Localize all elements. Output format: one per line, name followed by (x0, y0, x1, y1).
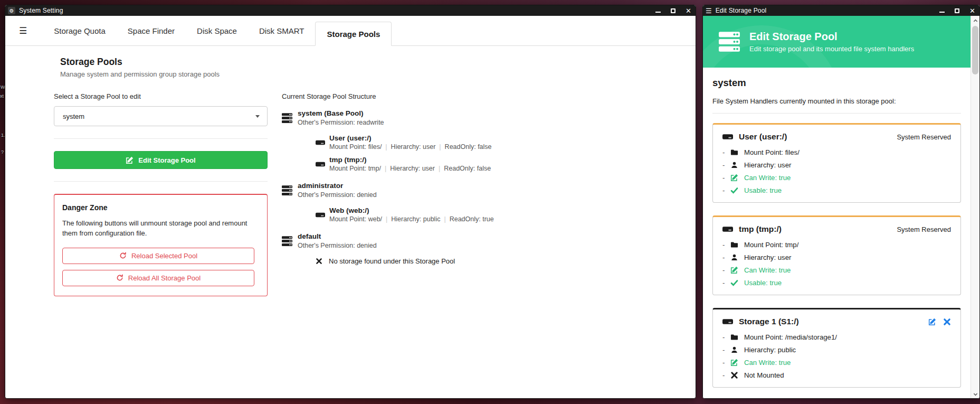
folder-icon (730, 333, 738, 341)
handler-card-user: User (user:/) System Reserved Mount Poin… (712, 123, 961, 203)
refresh-icon (119, 252, 127, 259)
edit-icon (126, 156, 134, 164)
scrollbar[interactable] (971, 16, 979, 399)
danger-zone-card: Danger Zone The following buttons will u… (54, 194, 268, 296)
close-icon[interactable]: ✕ (969, 7, 975, 14)
handler-item-hierarchy: Hierarchy: user (722, 161, 951, 169)
divider (712, 113, 961, 114)
hdd-icon (316, 135, 325, 151)
storage-details: Mount Point: tmp/|Hierarchy: user|ReadOn… (329, 165, 491, 172)
hdd-icon (722, 224, 733, 234)
storage-name: Web (web:/) (329, 206, 494, 214)
pool-node-default: default Other's Permission: denied (282, 232, 577, 249)
window-title: Edit Storage Pool (716, 7, 767, 14)
tab-disk-smart[interactable]: Disk SMART (248, 16, 316, 46)
scrollbar-thumb[interactable] (972, 26, 978, 74)
edit-handler-icon[interactable] (928, 318, 936, 326)
divider (54, 138, 268, 139)
close-icon[interactable]: ✕ (686, 7, 691, 14)
storage-pool-tree: system (Base Pool) Other's Permission: r… (282, 109, 577, 265)
tab-space-finder[interactable]: Space Finder (117, 16, 186, 46)
edit-pool-banner: Edit Storage Pool Edit storage pool and … (703, 16, 971, 68)
handler-item-not-mounted: Not Mounted (722, 371, 951, 379)
refresh-icon (116, 274, 123, 281)
handler-card-storage1: Storage 1 (S1:/) Mount Point: /media/sto… (712, 308, 961, 388)
scroll-down-icon[interactable] (971, 390, 979, 398)
handler-item-usable: Usable: true (722, 186, 951, 194)
empty-pool-message: No storage found under this Storage Pool (316, 257, 577, 265)
minimize-icon[interactable] (939, 12, 945, 13)
maximize-icon[interactable] (671, 8, 675, 13)
hdd-icon (722, 316, 733, 327)
select-pool-label: Select a Storage Pool to edit (54, 92, 268, 100)
pool-name-heading: system (712, 77, 961, 89)
server-icon (282, 110, 292, 126)
reload-all-storage-pool-button[interactable]: Reload All Storage Pool (62, 270, 254, 286)
handler-name: User (user:/) (739, 132, 787, 142)
edit-icon (730, 266, 738, 274)
minimize-icon[interactable] (655, 12, 661, 13)
handler-item-mount: Mount Point: /media/storage1/ (722, 333, 951, 341)
settings-tabbar: ☰ Storage Quota Space Finder Disk Space … (5, 16, 696, 46)
pool-node-system: system (Base Pool) Other's Permission: r… (282, 109, 577, 126)
handler-item-usable: Usable: true (722, 278, 951, 287)
pool-permission: Other's Permission: denied (298, 191, 377, 199)
gear-icon: ⚙ (8, 7, 15, 14)
pool-name: administrator (298, 182, 377, 190)
storage-node-user: User (user:/) Mount Point: files/|Hierar… (316, 134, 577, 151)
check-icon (730, 186, 738, 194)
reload-selected-pool-button[interactable]: Reload Selected Pool (62, 248, 254, 264)
remove-handler-icon[interactable] (943, 318, 951, 326)
pool-name: default (298, 232, 377, 240)
system-reserved-badge: System Reserved (897, 133, 951, 141)
menu-icon[interactable]: ☰ (19, 25, 27, 36)
menu-icon[interactable]: ☰ (706, 7, 712, 14)
system-reserved-badge: System Reserved (897, 226, 951, 233)
danger-zone-description: The following buttons will unmount stora… (62, 219, 248, 239)
desktop-icon-label-fragment: ? (1, 149, 4, 155)
handler-item-mount: Mount Point: tmp/ (722, 240, 951, 249)
tab-disk-space[interactable]: Disk Space (186, 16, 248, 46)
handler-name: Storage 1 (S1:/) (739, 317, 799, 326)
system-setting-window: ⚙ System Setting ✕ ☰ Storage Quota Space… (5, 5, 696, 399)
handler-item-can-write: Can Write: true (722, 358, 951, 367)
check-icon (730, 279, 738, 287)
tab-storage-quota[interactable]: Storage Quota (43, 16, 117, 46)
hdd-icon (316, 156, 325, 172)
edit-storage-pool-window: ☰ Edit Storage Pool ✕ Edit Storage Pool … (702, 5, 980, 399)
storage-name: User (user:/) (329, 134, 492, 142)
edit-pool-content: Edit Storage Pool Edit storage pool and … (703, 16, 971, 399)
chevron-down-icon (255, 115, 260, 118)
page-title: Storage Pools (60, 57, 696, 68)
handler-item-hierarchy: Hierarchy: public (722, 345, 951, 354)
danger-zone-title: Danger Zone (62, 203, 254, 212)
handler-item-hierarchy: Hierarchy: user (722, 253, 951, 261)
tab-storage-pools[interactable]: Storage Pools (315, 22, 392, 46)
storage-pool-select[interactable]: system (54, 106, 268, 126)
pool-permission: Other's Permission: denied (298, 242, 377, 249)
storage-details: Mount Point: files/|Hierarchy: user|Read… (329, 143, 492, 151)
banner-subtitle: Edit storage pool and its mounted file s… (749, 45, 914, 53)
server-icon (282, 182, 292, 199)
storage-node-tmp: tmp (tmp:/) Mount Point: tmp/|Hierarchy:… (316, 156, 577, 172)
edit-storage-pool-label: Edit Storage Pool (138, 156, 195, 164)
edit-storage-pool-button[interactable]: Edit Storage Pool (54, 151, 268, 169)
reload-selected-pool-label: Reload Selected Pool (131, 252, 197, 260)
handler-name: tmp (tmp:/) (739, 224, 782, 234)
edit-icon (730, 359, 738, 367)
folder-icon (730, 241, 738, 249)
pool-node-administrator: administrator Other's Permission: denied (282, 182, 577, 199)
system-setting-titlebar: ⚙ System Setting ✕ (5, 5, 696, 16)
handler-item-can-write: Can Write: true (722, 266, 951, 274)
structure-title: Current Storage Pool Structure (282, 92, 577, 100)
person-icon (730, 161, 738, 169)
server-icon (719, 31, 740, 52)
server-icon (282, 233, 292, 249)
x-icon (316, 258, 322, 265)
scroll-up-icon[interactable] (971, 16, 979, 25)
x-icon (730, 371, 738, 379)
edit-icon (730, 174, 738, 182)
maximize-icon[interactable] (955, 8, 959, 13)
banner-title: Edit Storage Pool (749, 31, 914, 43)
person-icon (730, 253, 738, 261)
